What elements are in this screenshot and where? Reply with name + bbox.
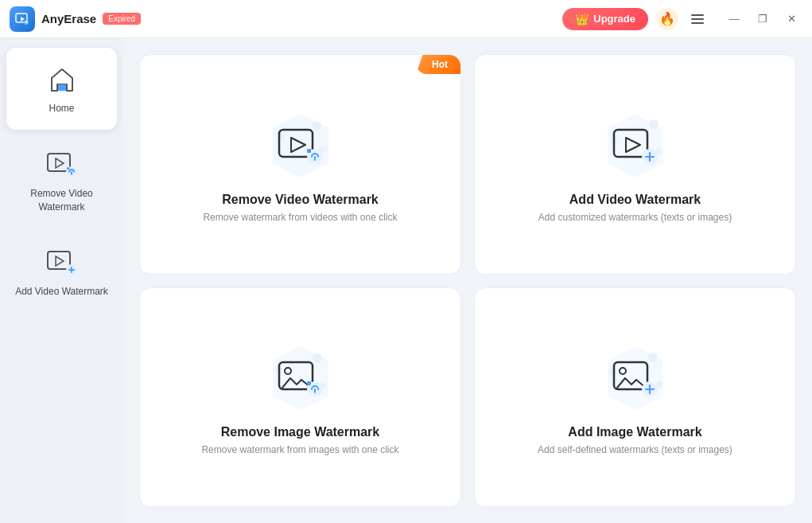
card-title-remove-image: Remove Image Watermark (221, 425, 380, 439)
remove-video-icon (45, 147, 80, 182)
main-layout: Home Remove Video Watermark (0, 38, 812, 523)
card-title-add-video: Add Video Watermark (569, 193, 701, 207)
upgrade-label: Upgrade (593, 13, 635, 25)
menu-button[interactable] (686, 8, 709, 30)
svg-rect-14 (307, 149, 311, 153)
menu-line-3 (691, 22, 704, 24)
menu-line-1 (691, 14, 704, 16)
sidebar-item-remove-video[interactable]: Remove Video Watermark (6, 133, 117, 228)
window-controls: — ❐ ✕ (723, 8, 802, 30)
card-desc-remove-video: Remove watermark from videos with one cl… (203, 212, 397, 223)
svg-rect-2 (58, 84, 66, 91)
minimize-button[interactable]: — (723, 8, 745, 30)
maximize-button[interactable]: ❐ (752, 8, 774, 30)
app-logo (10, 6, 35, 32)
card-icon-remove-image (257, 342, 344, 414)
sidebar: Home Remove Video Watermark (0, 38, 123, 523)
hot-badge: Hot (416, 55, 460, 74)
sidebar-add-video-label: Add Video Watermark (15, 285, 108, 299)
svg-rect-5 (67, 167, 69, 170)
sidebar-remove-video-label: Remove Video Watermark (14, 187, 109, 214)
svg-rect-3 (48, 154, 70, 171)
titlebar-left: AnyErase Expired (10, 6, 562, 32)
expired-badge: Expired (103, 13, 141, 25)
menu-line-2 (691, 18, 704, 20)
card-desc-remove-image: Remove watermark from images with one cl… (201, 444, 398, 455)
card-remove-image-watermark[interactable]: Remove Image Watermark Remove watermark … (139, 287, 461, 508)
upgrade-button[interactable]: 👑 Upgrade (562, 8, 648, 30)
close-button[interactable]: ✕ (780, 8, 802, 30)
card-add-video-watermark[interactable]: Add Video Watermark Add customized water… (474, 54, 796, 275)
card-icon-add-image (592, 342, 679, 414)
card-add-image-watermark[interactable]: Add Image Watermark Add self-defined wat… (474, 287, 796, 508)
sidebar-home-label: Home (49, 102, 74, 115)
sidebar-item-add-video[interactable]: Add Video Watermark (6, 231, 117, 313)
titlebar-right: 👑 Upgrade 🔥 — ❐ ✕ (562, 8, 802, 30)
content-area: Hot Remove Video Watermark R (123, 38, 812, 523)
card-icon-add-video (592, 110, 679, 181)
card-desc-add-image: Add self-defined watermarks (texts or im… (538, 444, 732, 455)
card-title-add-image: Add Image Watermark (568, 425, 701, 439)
card-icon-remove-video (257, 110, 344, 181)
svg-point-26 (285, 368, 291, 374)
svg-rect-19 (614, 130, 647, 157)
sidebar-item-home[interactable]: Home (6, 48, 117, 130)
card-desc-add-video: Add customized watermarks (texts or imag… (538, 212, 732, 223)
svg-point-34 (620, 368, 626, 374)
fire-icon: 🔥 (656, 8, 678, 30)
card-title-remove-video: Remove Video Watermark (222, 193, 379, 207)
home-icon (45, 62, 80, 97)
titlebar: AnyErase Expired 👑 Upgrade 🔥 — ❐ ✕ (0, 0, 812, 38)
svg-rect-28 (307, 381, 311, 385)
add-video-icon (45, 245, 80, 280)
crown-icon: 👑 (575, 13, 589, 25)
card-remove-video-watermark[interactable]: Hot Remove Video Watermark R (139, 54, 461, 275)
svg-rect-6 (48, 252, 70, 269)
app-name: AnyErase (41, 12, 96, 25)
